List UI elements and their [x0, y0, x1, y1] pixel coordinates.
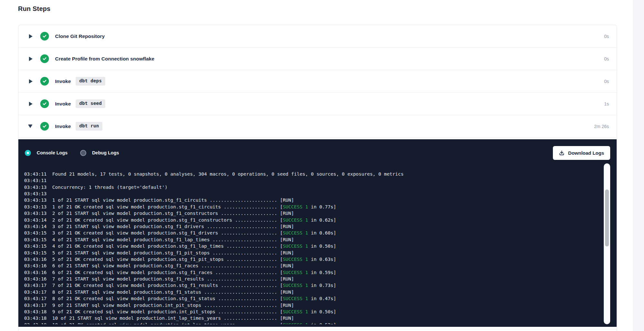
- right-gutter: [633, 0, 644, 331]
- radio-label: Console Logs: [37, 150, 68, 155]
- step-duration: 0s: [604, 34, 609, 39]
- download-icon: [559, 150, 564, 156]
- log-line: 03:43:13 1 of 21 OK created sql view mod…: [24, 204, 591, 210]
- expand-caret-icon[interactable]: [29, 34, 33, 39]
- log-line: 03:43:14 2 of 21 OK created sql view mod…: [24, 217, 591, 223]
- log-line: 03:43:17 9 of 21 START sql view model pr…: [24, 302, 591, 308]
- log-line: 03:43:16 7 of 21 START sql view model pr…: [24, 276, 591, 282]
- step-command-chip: dbt seed: [76, 99, 105, 108]
- page-title: Run Steps: [18, 5, 51, 13]
- log-line: 03:43:19 10 of 21 OK created sql view mo…: [24, 322, 591, 324]
- step-label: Invoke: [55, 124, 71, 129]
- log-line: 03:43:17 8 of 21 OK created sql view mod…: [24, 295, 591, 302]
- status-success-icon: [40, 99, 49, 108]
- log-line: 03:43:13: [24, 190, 591, 197]
- radio-label: Debug Logs: [92, 150, 119, 155]
- step-command-chip: dbt run: [76, 122, 102, 130]
- status-success-icon: [40, 122, 49, 131]
- log-line: 03:43:15 4 of 21 OK created sql view mod…: [24, 243, 591, 249]
- step-command-chip: dbt deps: [76, 77, 105, 85]
- step-row-invoke-dbt-run[interactable]: Invoke dbt run 2m 26s: [18, 115, 617, 138]
- log-lines: 03:43:11 Found 21 models, 17 tests, 0 sn…: [24, 171, 591, 324]
- status-success-icon: [40, 77, 49, 86]
- log-line: 03:43:14 3 of 21 START sql view model pr…: [24, 223, 591, 230]
- log-line: 03:43:16 6 of 21 OK created sql view mod…: [24, 269, 591, 276]
- log-line: 03:43:16 5 of 21 OK created sql view mod…: [24, 256, 591, 262]
- expand-caret-icon[interactable]: [29, 79, 33, 84]
- next-row-divider: [18, 329, 617, 329]
- log-line: 03:43:15 3 of 21 OK created sql view mod…: [24, 230, 591, 236]
- console-logs-radio[interactable]: Console Logs: [25, 150, 68, 156]
- status-success-icon: [40, 54, 49, 63]
- step-row-invoke-dbt-deps[interactable]: Invoke dbt deps 0s: [18, 70, 617, 93]
- download-label: Download Logs: [568, 150, 604, 156]
- log-line: 03:43:15 5 of 21 START sql view model pr…: [24, 250, 591, 256]
- log-scrollbar[interactable]: [604, 163, 610, 324]
- collapse-caret-icon[interactable]: [28, 124, 33, 128]
- radio-unselected-icon[interactable]: [80, 150, 86, 156]
- log-line: 03:43:13 Concurrency: 1 threads (target=…: [24, 184, 591, 190]
- log-viewport[interactable]: 03:43:11 Found 21 models, 17 tests, 0 sn…: [24, 161, 591, 324]
- scrollbar-thumb[interactable]: [605, 189, 609, 246]
- log-line: 03:43:17 8 of 21 START sql view model pr…: [24, 289, 591, 295]
- step-label: Create Profile from Connection snowflake: [55, 56, 154, 62]
- run-steps-card: Clone Git Repository 0s Create Profile f…: [18, 25, 617, 331]
- log-line: 03:43:13 2 of 21 START sql view model pr…: [24, 210, 591, 216]
- log-line: 03:43:18 9 of 21 OK created sql view mod…: [24, 308, 591, 315]
- status-success-icon: [40, 32, 49, 41]
- download-logs-button[interactable]: Download Logs: [553, 146, 610, 160]
- log-line: 03:43:16 6 of 21 START sql view model pr…: [24, 262, 591, 269]
- debug-logs-radio[interactable]: Debug Logs: [80, 150, 119, 156]
- step-duration: 1s: [604, 101, 609, 106]
- step-label: Invoke: [55, 78, 71, 84]
- log-line: 03:43:17 7 of 21 OK created sql view mod…: [24, 282, 591, 289]
- expand-caret-icon[interactable]: [29, 102, 33, 106]
- step-row-clone-git-repository[interactable]: Clone Git Repository 0s: [18, 25, 617, 48]
- expand-caret-icon[interactable]: [29, 57, 33, 61]
- step-duration: 0s: [604, 79, 609, 84]
- step-label: Invoke: [55, 101, 71, 107]
- log-line: 03:43:13 1 of 21 START sql view model pr…: [24, 197, 591, 203]
- step-label: Clone Git Repository: [55, 33, 105, 39]
- log-panel: Console Logs Debug Logs Download Logs 03…: [18, 139, 617, 327]
- log-line: 03:43:15 4 of 21 START sql view model pr…: [24, 236, 591, 243]
- step-duration: 0s: [604, 56, 609, 61]
- step-row-invoke-dbt-seed[interactable]: Invoke dbt seed 1s: [18, 93, 617, 115]
- radio-selected-icon[interactable]: [25, 150, 31, 156]
- step-row-create-profile[interactable]: Create Profile from Connection snowflake…: [18, 48, 617, 70]
- log-line: 03:43:11: [24, 177, 591, 184]
- log-line: 03:43:18 10 of 21 START sql view model p…: [24, 315, 591, 321]
- step-duration: 2m 26s: [594, 124, 609, 129]
- log-line: 03:43:11 Found 21 models, 17 tests, 0 sn…: [24, 171, 591, 177]
